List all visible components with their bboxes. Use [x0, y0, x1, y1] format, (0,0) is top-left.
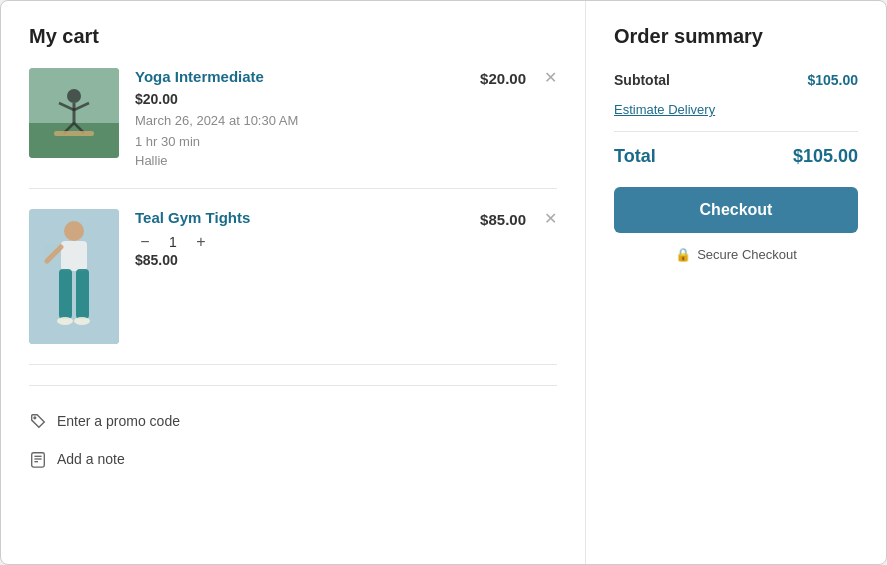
tights-name: Teal Gym Tights: [135, 209, 464, 226]
yoga-date: March 26, 2024 at 10:30 AM: [135, 111, 464, 132]
secure-checkout: 🔒 Secure Checkout: [614, 247, 858, 262]
svg-point-2: [67, 89, 81, 103]
subtotal-value: $105.00: [807, 72, 858, 88]
subtotal-row: Subtotal $105.00: [614, 72, 858, 88]
total-row: Total $105.00: [614, 146, 858, 167]
yoga-illustration: [29, 68, 119, 158]
quantity-value: 1: [165, 234, 181, 250]
svg-point-14: [57, 317, 73, 325]
checkout-button[interactable]: Checkout: [614, 187, 858, 233]
add-note-button[interactable]: Add a note: [29, 440, 557, 478]
order-summary-panel: Order summary Subtotal $105.00 Estimate …: [586, 1, 886, 564]
tag-icon: [29, 412, 47, 430]
svg-point-10: [64, 221, 84, 241]
estimate-delivery-button[interactable]: Estimate Delivery: [614, 102, 715, 117]
page-container: My cart Yo: [0, 0, 887, 565]
yoga-name: Yoga Intermediate: [135, 68, 464, 85]
cart-title: My cart: [29, 25, 557, 48]
svg-rect-11: [61, 241, 87, 271]
subtotal-label: Subtotal: [614, 72, 670, 88]
order-summary-title: Order summary: [614, 25, 858, 48]
svg-rect-8: [54, 131, 94, 136]
note-icon: [29, 450, 47, 468]
svg-rect-18: [32, 452, 45, 466]
svg-rect-13: [76, 269, 89, 319]
tights-image: [29, 209, 119, 344]
tights-remove-button[interactable]: ✕: [544, 211, 557, 227]
estimate-delivery-row: Estimate Delivery: [614, 102, 858, 117]
cart-item-tights: Teal Gym Tights − 1 + $85.00 $85.00 ✕: [29, 209, 557, 365]
tights-details: Teal Gym Tights − 1 + $85.00: [135, 209, 464, 272]
cart-panel: My cart Yo: [1, 1, 586, 564]
yoga-price-right: $20.00: [480, 70, 526, 87]
yoga-image: [29, 68, 119, 158]
total-label: Total: [614, 146, 656, 167]
svg-rect-12: [59, 269, 72, 319]
tights-price-right: $85.00: [480, 211, 526, 228]
svg-point-17: [34, 417, 36, 419]
yoga-instructor: Hallie: [135, 153, 464, 168]
yoga-duration: 1 hr 30 min: [135, 132, 464, 153]
yoga-details: Yoga Intermediate $20.00 March 26, 2024 …: [135, 68, 464, 168]
promo-code-label: Enter a promo code: [57, 413, 180, 429]
yoga-item-right: $20.00 ✕: [480, 68, 557, 87]
promo-code-button[interactable]: Enter a promo code: [29, 402, 557, 440]
total-value: $105.00: [793, 146, 858, 167]
quantity-increase-button[interactable]: +: [191, 232, 211, 252]
quantity-decrease-button[interactable]: −: [135, 232, 155, 252]
yoga-price: $20.00: [135, 91, 464, 107]
cart-item-yoga: Yoga Intermediate $20.00 March 26, 2024 …: [29, 68, 557, 189]
tights-price: $85.00: [135, 252, 464, 268]
tights-illustration: [29, 209, 119, 344]
quantity-controls: − 1 +: [135, 232, 464, 252]
secure-checkout-label: Secure Checkout: [697, 247, 797, 262]
add-note-label: Add a note: [57, 451, 125, 467]
extras-section: Enter a promo code Add a note: [29, 385, 557, 478]
summary-divider: [614, 131, 858, 132]
lock-icon: 🔒: [675, 247, 691, 262]
yoga-remove-button[interactable]: ✕: [544, 70, 557, 86]
svg-point-15: [74, 317, 90, 325]
tights-item-right: $85.00 ✕: [480, 209, 557, 228]
svg-rect-1: [29, 123, 119, 158]
